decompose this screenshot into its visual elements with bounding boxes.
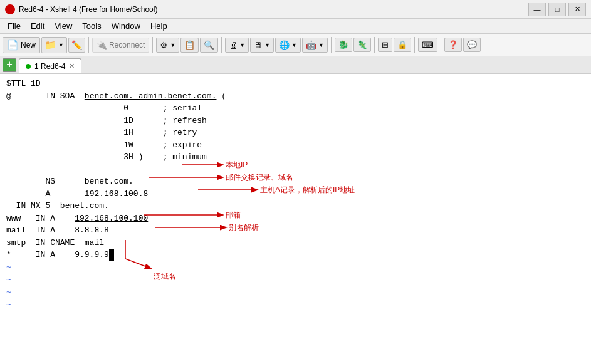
display-button[interactable]: 🖥 ▼	[250, 38, 274, 53]
tilde-4: ~	[6, 299, 585, 311]
config-button[interactable]: ⚙ ▼	[156, 38, 179, 53]
tilde-2: ~	[6, 274, 585, 286]
menu-window[interactable]: Window	[107, 20, 145, 32]
line-mail: mail IN A 8.8.8.8	[6, 224, 585, 237]
lock-icon: 🔒	[397, 40, 407, 49]
toolbar-sep-6	[414, 37, 415, 53]
new-label: New	[21, 41, 36, 49]
robot-button[interactable]: 🤖 ▼	[302, 38, 328, 53]
line-7: 3H ) ; minimum	[6, 151, 585, 164]
menu-help[interactable]: Help	[145, 20, 172, 32]
line-1: $TTL 1D	[6, 78, 585, 90]
line-mx: IN MX 5 benet.com.	[6, 200, 585, 212]
globe-button[interactable]: 🌐 ▼	[275, 38, 301, 53]
menu-bar: File Edit View Tools Window Help	[0, 19, 591, 34]
toolbar-sep-5	[374, 37, 375, 53]
new-icon: 📄	[7, 39, 19, 51]
chat-icon: 💬	[467, 40, 477, 49]
tab-close-button[interactable]: ✕	[69, 62, 75, 70]
line-6: 1W ; expire	[6, 139, 585, 152]
window-controls: — □ ✕	[528, 3, 586, 16]
line-4: 1D ; refresh	[6, 115, 585, 127]
line-ns: NS benet.com.	[6, 175, 585, 188]
display-drop-icon: ▼	[264, 42, 270, 48]
tab-red6-4[interactable]: 1 Red6-4 ✕	[19, 58, 81, 73]
toolbar-sep-4	[331, 37, 332, 53]
tilde-3: ~	[6, 286, 585, 299]
toolbar-sep-7	[441, 37, 441, 53]
tab-label: 1 Red6-4	[34, 62, 65, 71]
menu-edit[interactable]: Edit	[26, 20, 50, 32]
display-icon: 🖥	[254, 40, 263, 50]
globe-drop-icon: ▼	[291, 42, 297, 48]
tilde-1: ~	[6, 261, 585, 274]
close-button[interactable]: ✕	[568, 3, 586, 16]
transfer-button[interactable]: 🦎	[353, 38, 371, 52]
menu-view[interactable]: View	[50, 20, 77, 32]
minimize-button[interactable]: —	[528, 3, 546, 16]
cursor	[109, 249, 114, 261]
print-icon: 🖨	[229, 40, 238, 50]
menu-tools[interactable]: Tools	[77, 20, 106, 32]
lock-button[interactable]: 🔒	[394, 38, 411, 52]
toolbar: 📄 New 📁 ▼ ✏️ 🔌 Reconnect ⚙ ▼ 📋 🔍 🖨 ▼ 🖥 ▼…	[0, 34, 591, 56]
toolbar-sep-3	[221, 37, 222, 53]
add-tab-button[interactable]: +	[3, 58, 16, 72]
new-button[interactable]: 📄 New	[3, 37, 40, 53]
print-button[interactable]: 🖨 ▼	[225, 38, 249, 53]
help-icon: ❓	[448, 40, 458, 49]
line-smtp: smtp IN CNAME mail	[6, 237, 585, 249]
tab-bar: + 1 Red6-4 ✕	[0, 56, 591, 74]
line-3: 0 ; serial	[6, 102, 585, 115]
transfer-icon: 🦎	[357, 40, 367, 49]
edit-icon: ✏️	[71, 40, 82, 50]
copy-icon: 📋	[184, 40, 195, 50]
editor-area[interactable]: $TTL 1D @ IN SOA benet.com. admin.benet.…	[0, 74, 591, 364]
main-content: $TTL 1D @ IN SOA benet.com. admin.benet.…	[0, 74, 591, 364]
dropdown-icon: ▼	[58, 42, 64, 48]
globe-icon: 🌐	[279, 40, 290, 50]
line-blank	[6, 164, 585, 176]
sftp-icon: 🐉	[338, 40, 348, 49]
keyboard-button[interactable]: ⌨	[418, 38, 437, 52]
line-www: www IN A 192.168.100.100	[6, 212, 585, 225]
toolbar-sep-2	[152, 37, 153, 53]
copy-button[interactable]: 📋	[180, 38, 199, 53]
tab-status-dot	[26, 64, 31, 69]
find-button[interactable]: 🔍	[200, 38, 218, 53]
edit-button[interactable]: ✏️	[68, 38, 85, 53]
title-bar: Red6-4 - Xshell 4 (Free for Home/School)…	[0, 0, 591, 19]
print-drop-icon: ▼	[239, 42, 245, 48]
config-drop-icon: ▼	[170, 42, 175, 48]
chat-button[interactable]: 💬	[463, 38, 481, 52]
grid-button[interactable]: ⊞	[378, 38, 392, 52]
toolbar-sep-1	[88, 37, 89, 53]
keyboard-icon: ⌨	[422, 40, 434, 49]
grid-icon: ⊞	[382, 40, 389, 49]
sftp-button[interactable]: 🐉	[335, 38, 352, 52]
maximize-button[interactable]: □	[548, 3, 566, 16]
help-button[interactable]: ❓	[444, 38, 462, 52]
reconnect-button[interactable]: 🔌 Reconnect	[92, 38, 149, 53]
menu-file[interactable]: File	[3, 20, 26, 32]
line-wildcard: * IN A 9.9.9.9	[6, 249, 585, 261]
robot-icon: 🤖	[306, 40, 316, 50]
line-a: A 192.168.100.8	[6, 188, 585, 200]
reconnect-icon: 🔌	[97, 40, 107, 50]
open-button[interactable]: 📁 ▼	[41, 37, 67, 53]
app-icon	[5, 4, 15, 14]
folder-icon: 📁	[44, 39, 56, 51]
reconnect-label: Reconnect	[109, 41, 145, 49]
line-5: 1H ; retry	[6, 127, 585, 139]
editor-content: $TTL 1D @ IN SOA benet.com. admin.benet.…	[6, 78, 585, 311]
line-2: @ IN SOA benet.com. admin.benet.com. (	[6, 90, 585, 103]
title-text: Red6-4 - Xshell 4 (Free for Home/School)	[19, 5, 525, 14]
robot-drop-icon: ▼	[318, 42, 324, 48]
config-icon: ⚙	[160, 40, 168, 50]
search-icon: 🔍	[204, 40, 214, 50]
